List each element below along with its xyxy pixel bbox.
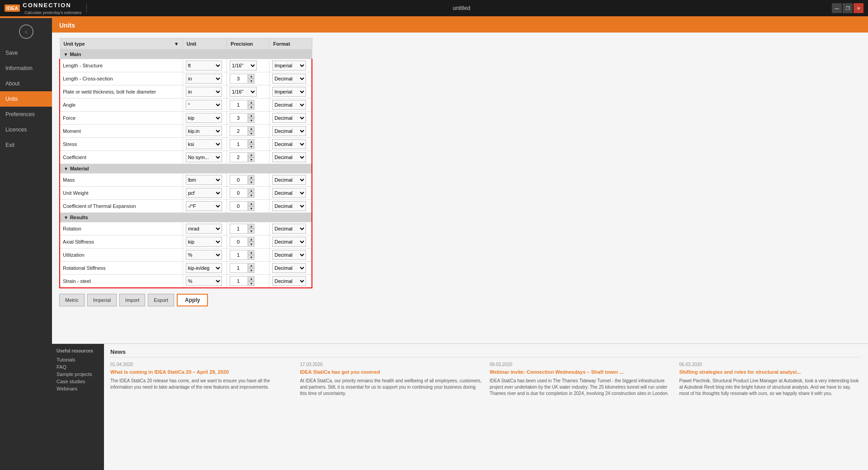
row-moment-precision[interactable]: ▲ ▼ <box>227 125 269 138</box>
length-structure-precision-select[interactable]: 1/16"1/8"1/4"1" <box>230 61 257 70</box>
row-strain-precision[interactable]: ▲ ▼ <box>227 275 269 288</box>
row-coeff-unit[interactable]: No sym...- <box>183 151 226 164</box>
imperial-button[interactable]: Imperial <box>87 294 117 306</box>
row-axialstiff-unit[interactable]: kipkNN <box>183 235 226 249</box>
stress-precision-input[interactable] <box>230 139 248 149</box>
row-length-cs-precision[interactable]: ▲ ▼ <box>227 72 269 85</box>
axialstiff-unit-select[interactable]: kipkNN <box>186 237 222 247</box>
spin-up[interactable]: ▲ <box>248 126 255 131</box>
spin-up[interactable]: ▲ <box>248 250 255 255</box>
spin-up[interactable]: ▲ <box>248 263 255 268</box>
thermal-unit-select[interactable]: -/°F-/°C-/K <box>186 201 222 211</box>
spin-down[interactable]: ▼ <box>248 193 255 198</box>
back-button[interactable]: ‹ <box>0 18 52 45</box>
length-cs-precision-input[interactable] <box>230 74 248 84</box>
close-button[interactable]: ✕ <box>854 3 863 13</box>
row-force-unit[interactable]: kipNkNlbf <box>183 112 226 125</box>
spin-up[interactable]: ▲ <box>248 175 255 180</box>
row-utilization-precision[interactable]: ▲ ▼ <box>227 249 269 262</box>
row-moment-unit[interactable]: kip.inkip.ftkN.m <box>183 125 226 138</box>
row-thermal-format[interactable]: DecimalImperial <box>269 200 312 213</box>
row-unitweight-format[interactable]: DecimalImperial <box>269 187 312 200</box>
row-plate-format[interactable]: ImperialDecimal <box>269 85 312 99</box>
spin-down[interactable]: ▼ <box>248 105 255 110</box>
utilization-format-select[interactable]: DecimalImperial <box>272 250 306 260</box>
spin-down[interactable]: ▼ <box>248 79 255 84</box>
row-rotstiff-precision[interactable]: ▲ ▼ <box>227 262 269 275</box>
moment-format-select[interactable]: DecimalImperial <box>272 126 306 136</box>
row-mass-precision[interactable]: ▲ ▼ <box>227 174 269 187</box>
rotstiff-unit-select[interactable]: kip-in/degkN.m/rad <box>186 263 222 273</box>
spin-up[interactable]: ▲ <box>248 100 255 105</box>
angle-unit-select[interactable]: °radmrad <box>186 100 222 110</box>
row-plate-unit[interactable]: inftmm <box>183 85 226 99</box>
stress-unit-select[interactable]: ksipsiMPakPa <box>186 139 222 149</box>
row-length-structure-unit[interactable]: ftmcmmm <box>183 59 226 72</box>
metric-button[interactable]: Metric <box>59 294 85 306</box>
sidebar-item-licences[interactable]: Licences <box>0 122 52 137</box>
spin-up[interactable]: ▲ <box>248 224 255 229</box>
length-structure-unit-select[interactable]: ftmcmmm <box>186 61 222 70</box>
spin-down[interactable]: ▼ <box>248 157 255 162</box>
row-strain-format[interactable]: DecimalImperial <box>269 275 312 288</box>
res-link-webinars[interactable]: Webinars <box>57 386 99 391</box>
spin-down[interactable]: ▼ <box>248 281 255 286</box>
maximize-button[interactable]: ❐ <box>843 3 853 13</box>
spin-up[interactable]: ▲ <box>248 152 255 157</box>
mass-unit-select[interactable]: lbmkgg <box>186 175 222 185</box>
sidebar-item-about[interactable]: About <box>0 76 52 91</box>
row-rotation-unit[interactable]: mradraddeg <box>183 222 226 235</box>
row-length-cs-unit[interactable]: inftmmm <box>183 72 226 85</box>
sidebar-item-preferences[interactable]: Preferences <box>0 107 52 122</box>
sidebar-item-information[interactable]: Information <box>0 61 52 76</box>
utilization-unit-select[interactable]: %- <box>186 250 222 260</box>
length-cs-unit-select[interactable]: inftmmm <box>186 74 222 84</box>
import-button[interactable]: Import <box>119 294 145 306</box>
spin-down[interactable]: ▼ <box>248 255 255 260</box>
spin-up[interactable]: ▲ <box>248 139 255 144</box>
row-utilization-format[interactable]: DecimalImperial <box>269 249 312 262</box>
row-moment-format[interactable]: DecimalImperial <box>269 125 312 138</box>
sidebar-item-save[interactable]: Save <box>0 45 52 61</box>
angle-precision-input[interactable] <box>230 100 248 110</box>
export-button[interactable]: Export <box>148 294 174 306</box>
minimize-button[interactable]: — <box>832 3 842 13</box>
sidebar-item-exit[interactable]: Exit <box>0 137 52 153</box>
spin-up[interactable]: ▲ <box>248 188 255 193</box>
force-unit-select[interactable]: kipNkNlbf <box>186 113 222 123</box>
row-stress-format[interactable]: DecimalImperial <box>269 138 312 151</box>
moment-unit-select[interactable]: kip.inkip.ftkN.m <box>186 126 222 136</box>
row-stress-unit[interactable]: ksipsiMPakPa <box>183 138 226 151</box>
thermal-precision-input[interactable] <box>230 201 248 211</box>
row-force-format[interactable]: DecimalImperial <box>269 112 312 125</box>
mass-precision-input[interactable] <box>230 175 248 185</box>
row-angle-precision[interactable]: ▲ ▼ <box>227 99 269 112</box>
row-mass-format[interactable]: DecimalImperial <box>269 174 312 187</box>
strain-format-select[interactable]: DecimalImperial <box>272 276 306 286</box>
row-length-cs-format[interactable]: DecimalImperial <box>269 72 312 85</box>
plate-format-select[interactable]: ImperialDecimal <box>272 87 306 97</box>
row-axialstiff-format[interactable]: DecimalImperial <box>269 235 312 249</box>
row-rotation-precision[interactable]: ▲ ▼ <box>227 222 269 235</box>
news-headline-0[interactable]: What is coming in IDEA StatiCa 20 – Apri… <box>110 369 293 375</box>
rotstiff-precision-input[interactable] <box>230 263 248 273</box>
axialstiff-format-select[interactable]: DecimalImperial <box>272 237 306 247</box>
res-link-case-studies[interactable]: Case studies <box>57 379 99 384</box>
rotstiff-format-select[interactable]: DecimalImperial <box>272 263 306 273</box>
spin-up[interactable]: ▲ <box>248 113 255 118</box>
length-structure-format-select[interactable]: ImperialDecimal <box>272 61 306 70</box>
row-coeff-precision[interactable]: ▲ ▼ <box>227 151 269 164</box>
rotation-unit-select[interactable]: mradraddeg <box>186 224 222 234</box>
moment-precision-input[interactable] <box>230 126 248 136</box>
rotation-format-select[interactable]: DecimalImperial <box>272 224 306 234</box>
row-axialstiff-precision[interactable]: ▲ ▼ <box>227 235 269 249</box>
strain-unit-select[interactable]: %- <box>186 276 222 286</box>
plate-precision-select[interactable]: 1/16"1/8"1/4" <box>230 87 257 97</box>
angle-format-select[interactable]: DecimalImperial <box>272 100 306 110</box>
plate-unit-select[interactable]: inftmm <box>186 87 222 97</box>
coeff-format-select[interactable]: DecimalImperial <box>272 152 306 162</box>
row-plate-precision[interactable]: 1/16"1/8"1/4" <box>227 85 269 99</box>
row-thermal-precision[interactable]: ▲ ▼ <box>227 200 269 213</box>
row-angle-unit[interactable]: °radmrad <box>183 99 226 112</box>
res-link-sample-projects[interactable]: Sample projects <box>57 371 99 377</box>
